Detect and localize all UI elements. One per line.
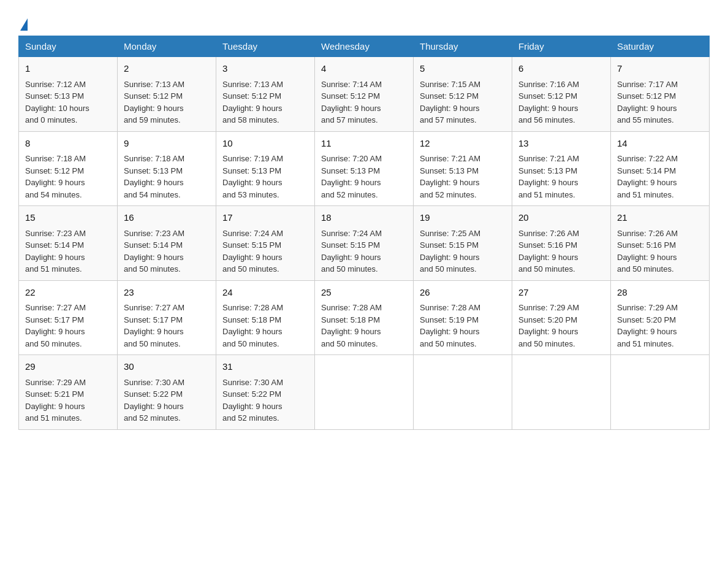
day-number: 17 [222, 211, 308, 225]
header-monday: Monday [118, 36, 216, 57]
day-number: 4 [321, 62, 407, 76]
calendar-cell: 11 Sunrise: 7:20 AMSunset: 5:13 PMDaylig… [315, 131, 414, 206]
logo [18, 17, 28, 29]
day-info: Sunrise: 7:13 AMSunset: 5:12 PMDaylight:… [124, 79, 210, 126]
calendar-cell: 19 Sunrise: 7:25 AMSunset: 5:15 PMDaylig… [414, 206, 512, 281]
calendar-cell: 18 Sunrise: 7:24 AMSunset: 5:15 PMDaylig… [315, 206, 414, 281]
day-number: 28 [617, 286, 703, 300]
day-info: Sunrise: 7:18 AMSunset: 5:12 PMDaylight:… [25, 153, 111, 201]
calendar-cell: 27 Sunrise: 7:29 AMSunset: 5:20 PMDaylig… [512, 280, 611, 355]
day-info: Sunrise: 7:26 AMSunset: 5:16 PMDaylight:… [518, 228, 604, 275]
day-info: Sunrise: 7:14 AMSunset: 5:12 PMDaylight:… [321, 79, 407, 126]
calendar-week-row: 15 Sunrise: 7:23 AMSunset: 5:14 PMDaylig… [19, 206, 710, 281]
calendar-cell: 28 Sunrise: 7:29 AMSunset: 5:20 PMDaylig… [611, 280, 710, 355]
calendar-cell: 24 Sunrise: 7:28 AMSunset: 5:18 PMDaylig… [216, 280, 315, 355]
calendar-cell: 4 Sunrise: 7:14 AMSunset: 5:12 PMDayligh… [315, 57, 414, 132]
calendar-cell: 7 Sunrise: 7:17 AMSunset: 5:12 PMDayligh… [611, 57, 710, 132]
calendar-cell: 23 Sunrise: 7:27 AMSunset: 5:17 PMDaylig… [118, 280, 216, 355]
day-info: Sunrise: 7:13 AMSunset: 5:12 PMDaylight:… [222, 79, 308, 126]
day-number: 9 [124, 137, 210, 151]
calendar-cell: 31 Sunrise: 7:30 AMSunset: 5:22 PMDaylig… [216, 355, 315, 430]
calendar-cell [611, 355, 710, 430]
day-number: 26 [420, 286, 506, 300]
day-info: Sunrise: 7:28 AMSunset: 5:18 PMDaylight:… [321, 302, 407, 350]
calendar-cell: 26 Sunrise: 7:28 AMSunset: 5:19 PMDaylig… [414, 280, 512, 355]
day-number: 29 [25, 360, 111, 374]
day-number: 18 [321, 211, 407, 225]
day-info: Sunrise: 7:17 AMSunset: 5:12 PMDaylight:… [617, 79, 703, 126]
day-info: Sunrise: 7:21 AMSunset: 5:13 PMDaylight:… [420, 153, 506, 201]
day-info: Sunrise: 7:22 AMSunset: 5:14 PMDaylight:… [617, 153, 703, 201]
calendar-cell [315, 355, 414, 430]
day-number: 21 [617, 211, 703, 225]
header-wednesday: Wednesday [315, 36, 414, 57]
day-number: 19 [420, 211, 506, 225]
day-number: 8 [25, 137, 111, 151]
day-number: 22 [25, 286, 111, 300]
calendar-cell: 1 Sunrise: 7:12 AMSunset: 5:13 PMDayligh… [19, 57, 118, 132]
calendar-cell: 8 Sunrise: 7:18 AMSunset: 5:12 PMDayligh… [19, 131, 118, 206]
day-number: 7 [617, 62, 703, 76]
day-number: 16 [124, 211, 210, 225]
day-info: Sunrise: 7:25 AMSunset: 5:15 PMDaylight:… [420, 228, 506, 275]
day-info: Sunrise: 7:24 AMSunset: 5:15 PMDaylight:… [222, 228, 308, 275]
day-info: Sunrise: 7:20 AMSunset: 5:13 PMDaylight:… [321, 153, 407, 201]
day-number: 5 [420, 62, 506, 76]
day-number: 13 [518, 137, 604, 151]
day-info: Sunrise: 7:28 AMSunset: 5:18 PMDaylight:… [222, 302, 308, 350]
day-info: Sunrise: 7:23 AMSunset: 5:14 PMDaylight:… [25, 228, 111, 275]
calendar-week-row: 8 Sunrise: 7:18 AMSunset: 5:12 PMDayligh… [19, 131, 710, 206]
calendar-cell: 20 Sunrise: 7:26 AMSunset: 5:16 PMDaylig… [512, 206, 611, 281]
day-info: Sunrise: 7:29 AMSunset: 5:20 PMDaylight:… [617, 302, 703, 350]
header-sunday: Sunday [19, 36, 118, 57]
day-info: Sunrise: 7:19 AMSunset: 5:13 PMDaylight:… [222, 153, 308, 201]
day-number: 23 [124, 286, 210, 300]
day-info: Sunrise: 7:23 AMSunset: 5:14 PMDaylight:… [124, 228, 210, 275]
day-number: 6 [518, 62, 604, 76]
day-number: 24 [222, 286, 308, 300]
day-number: 31 [222, 360, 308, 374]
day-number: 12 [420, 137, 506, 151]
day-number: 27 [518, 286, 604, 300]
day-number: 30 [124, 360, 210, 374]
calendar-week-row: 1 Sunrise: 7:12 AMSunset: 5:13 PMDayligh… [19, 57, 710, 132]
day-number: 10 [222, 137, 308, 151]
header-saturday: Saturday [611, 36, 710, 57]
day-info: Sunrise: 7:28 AMSunset: 5:19 PMDaylight:… [420, 302, 506, 350]
calendar-cell: 9 Sunrise: 7:18 AMSunset: 5:13 PMDayligh… [118, 131, 216, 206]
header-tuesday: Tuesday [216, 36, 315, 57]
calendar-cell: 25 Sunrise: 7:28 AMSunset: 5:18 PMDaylig… [315, 280, 414, 355]
calendar-cell: 22 Sunrise: 7:27 AMSunset: 5:17 PMDaylig… [19, 280, 118, 355]
header-friday: Friday [512, 36, 611, 57]
calendar-cell: 12 Sunrise: 7:21 AMSunset: 5:13 PMDaylig… [414, 131, 512, 206]
calendar-cell: 13 Sunrise: 7:21 AMSunset: 5:13 PMDaylig… [512, 131, 611, 206]
calendar-week-row: 22 Sunrise: 7:27 AMSunset: 5:17 PMDaylig… [19, 280, 710, 355]
calendar-cell [512, 355, 611, 430]
day-number: 3 [222, 62, 308, 76]
day-info: Sunrise: 7:16 AMSunset: 5:12 PMDaylight:… [518, 79, 604, 126]
calendar-cell: 3 Sunrise: 7:13 AMSunset: 5:12 PMDayligh… [216, 57, 315, 132]
calendar-week-row: 29 Sunrise: 7:29 AMSunset: 5:21 PMDaylig… [19, 355, 710, 430]
calendar-table: SundayMondayTuesdayWednesdayThursdayFrid… [18, 36, 710, 430]
calendar-cell: 29 Sunrise: 7:29 AMSunset: 5:21 PMDaylig… [19, 355, 118, 430]
day-info: Sunrise: 7:21 AMSunset: 5:13 PMDaylight:… [518, 153, 604, 201]
day-info: Sunrise: 7:24 AMSunset: 5:15 PMDaylight:… [321, 228, 407, 275]
day-info: Sunrise: 7:30 AMSunset: 5:22 PMDaylight:… [222, 377, 308, 424]
day-number: 1 [25, 62, 111, 76]
day-info: Sunrise: 7:26 AMSunset: 5:16 PMDaylight:… [617, 228, 703, 275]
day-info: Sunrise: 7:29 AMSunset: 5:21 PMDaylight:… [25, 377, 111, 424]
page-header [18, 12, 710, 29]
day-info: Sunrise: 7:30 AMSunset: 5:22 PMDaylight:… [124, 377, 210, 424]
calendar-cell: 15 Sunrise: 7:23 AMSunset: 5:14 PMDaylig… [19, 206, 118, 281]
calendar-cell: 21 Sunrise: 7:26 AMSunset: 5:16 PMDaylig… [611, 206, 710, 281]
day-info: Sunrise: 7:29 AMSunset: 5:20 PMDaylight:… [518, 302, 604, 350]
day-number: 14 [617, 137, 703, 151]
calendar-cell [414, 355, 512, 430]
logo-triangle-icon [20, 18, 28, 31]
day-number: 15 [25, 211, 111, 225]
calendar-header-row: SundayMondayTuesdayWednesdayThursdayFrid… [19, 36, 710, 57]
day-info: Sunrise: 7:27 AMSunset: 5:17 PMDaylight:… [124, 302, 210, 350]
calendar-cell: 16 Sunrise: 7:23 AMSunset: 5:14 PMDaylig… [118, 206, 216, 281]
calendar-cell: 2 Sunrise: 7:13 AMSunset: 5:12 PMDayligh… [118, 57, 216, 132]
calendar-cell: 6 Sunrise: 7:16 AMSunset: 5:12 PMDayligh… [512, 57, 611, 132]
